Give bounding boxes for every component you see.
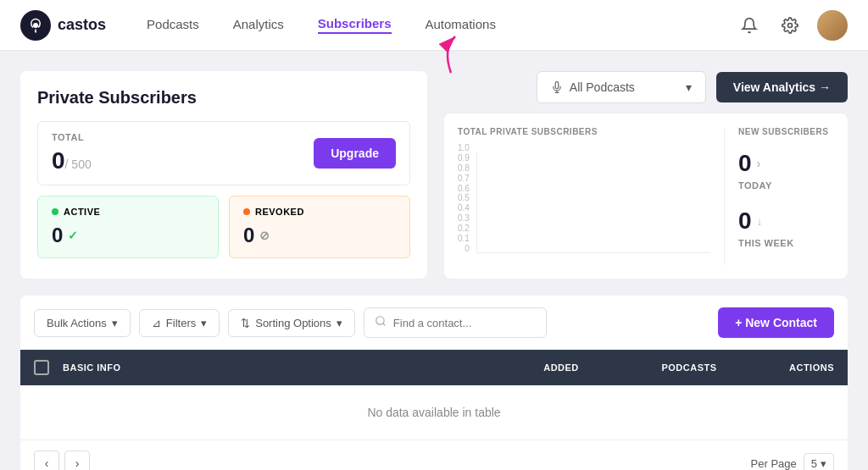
revoked-dot [243, 208, 250, 215]
this-week-label: THIS WEEK [738, 238, 834, 248]
next-page-button[interactable]: › [64, 451, 90, 470]
week-block: 0 ↓ THIS WEEK [738, 207, 834, 248]
main-content: Private Subscribers TOTAL 0/ 500 Upgrade… [0, 51, 868, 470]
check-icon: ✓ [68, 229, 78, 242]
search-wrapper [364, 307, 547, 338]
podcast-selector[interactable]: All Podcasts ▾ [537, 71, 706, 103]
right-panel: All Podcasts ▾ View Analytics → TOTAL PR… [444, 71, 848, 279]
view-analytics-button[interactable]: View Analytics → [716, 72, 848, 102]
per-page-label: Per Page [751, 457, 797, 470]
microphone-icon [551, 81, 563, 93]
th-podcasts: PODCASTS [626, 362, 753, 373]
logo-text: castos [58, 16, 106, 34]
chevron-down-icon: ▾ [201, 317, 207, 329]
week-value: 0 ↓ [738, 207, 834, 235]
active-dot [52, 208, 58, 215]
today-value: 0 › [738, 150, 834, 177]
logo-icon [20, 10, 51, 41]
new-subscribers-section: NEW SUBSCRIBERS 0 › TODAY 0 ↓ THIS [724, 127, 834, 265]
chart-area: 1.0 0.9 0.8 0.7 0.6 0.5 0.4 0.3 0.2 0.1 … [458, 143, 710, 253]
sorting-options-button[interactable]: ⇅ Sorting Options ▾ [228, 309, 355, 337]
table-footer: ‹ › Per Page 5 ▾ [20, 440, 848, 470]
chevron-down-icon: ▾ [112, 317, 118, 329]
select-all-checkbox[interactable] [34, 360, 49, 375]
table-header: BASIC INFO ADDED PODCASTS ACTIONS [20, 350, 848, 385]
table-toolbar: Bulk Actions ▾ ⊿ Filters ▾ ⇅ Sorting Opt… [20, 296, 848, 350]
pagination: ‹ › [34, 451, 90, 470]
total-info: TOTAL 0/ 500 [52, 132, 92, 174]
page-title: Private Subscribers [37, 88, 410, 108]
svg-line-8 [383, 323, 386, 326]
per-page-value: 5 [811, 457, 817, 470]
chart-bars [476, 152, 710, 253]
status-cards: ACTIVE 0 ✓ REVOKED 0 ⊘ [37, 196, 410, 258]
left-panel: Private Subscribers TOTAL 0/ 500 Upgrade… [20, 71, 427, 279]
th-actions: ACTIONS [766, 362, 834, 373]
today-label: TODAY [738, 180, 834, 191]
table-section: Bulk Actions ▾ ⊿ Filters ▾ ⇅ Sorting Opt… [20, 296, 848, 470]
search-icon [375, 315, 387, 330]
upgrade-button[interactable]: Upgrade [314, 138, 396, 169]
today-block: 0 › TODAY [738, 150, 834, 191]
svg-point-4 [788, 23, 793, 27]
chevron-down-icon: ▾ [821, 457, 826, 470]
th-basic-info: BASIC INFO [63, 362, 497, 373]
sort-icon: ⇅ [241, 317, 250, 329]
chevron-down-icon: ▾ [337, 317, 342, 329]
chart-section: TOTAL PRIVATE SUBSCRIBERS 1.0 0.9 0.8 0.… [458, 127, 710, 265]
top-section: Private Subscribers TOTAL 0/ 500 Upgrade… [20, 71, 848, 279]
total-card: TOTAL 0/ 500 Upgrade [37, 121, 410, 185]
chart-label: TOTAL PRIVATE SUBSCRIBERS [458, 127, 710, 136]
svg-point-2 [35, 30, 36, 32]
filters-button[interactable]: ⊿ Filters ▾ [139, 309, 220, 337]
top-navigation: castos Podcasts Analytics Subscribers Au… [0, 0, 868, 51]
total-value: 0/ 500 [52, 147, 92, 174]
svg-point-7 [376, 317, 384, 324]
table-empty-message: No data available in table [20, 385, 848, 440]
th-added: ADDED [510, 362, 612, 373]
block-icon: ⊘ [259, 229, 270, 242]
trend-right-icon: › [757, 157, 761, 170]
nav-podcasts[interactable]: Podcasts [147, 17, 199, 33]
active-label: ACTIVE [52, 207, 204, 217]
prev-page-button[interactable]: ‹ [34, 451, 59, 470]
svg-point-0 [33, 23, 38, 28]
podcast-select-text: All Podcasts [570, 80, 679, 94]
revoked-value: 0 ⊘ [243, 224, 396, 247]
analytics-card: TOTAL PRIVATE SUBSCRIBERS 1.0 0.9 0.8 0.… [444, 113, 848, 279]
revoked-label: REVOKED [243, 207, 396, 217]
active-card: ACTIVE 0 ✓ [37, 196, 219, 258]
chart-y-axis: 1.0 0.9 0.8 0.7 0.6 0.5 0.4 0.3 0.2 0.1 … [458, 143, 473, 253]
revoked-card: REVOKED 0 ⊘ [229, 196, 410, 258]
chevron-down-icon: ▾ [686, 80, 692, 94]
avatar[interactable] [817, 10, 848, 41]
new-contact-button[interactable]: + New Contact [718, 307, 834, 338]
search-input[interactable] [393, 317, 536, 329]
active-value: 0 ✓ [52, 224, 204, 247]
filter-icon: ⊿ [152, 317, 161, 329]
notification-bell-icon[interactable] [736, 12, 763, 39]
total-label: TOTAL [52, 132, 92, 142]
right-panel-controls: All Podcasts ▾ View Analytics → [444, 71, 848, 103]
nav-subscribers[interactable]: Subscribers [318, 16, 392, 34]
settings-gear-icon[interactable] [776, 12, 804, 39]
nav-right [736, 10, 848, 41]
per-page-control: Per Page 5 ▾ [751, 453, 834, 471]
nav-automations[interactable]: Automations [426, 17, 496, 33]
per-page-select[interactable]: 5 ▾ [804, 453, 834, 471]
logo-area[interactable]: castos [20, 10, 106, 41]
trend-down-icon: ↓ [757, 214, 763, 228]
bulk-actions-button[interactable]: Bulk Actions ▾ [34, 309, 131, 337]
nav-links: Podcasts Analytics Subscribers Automatio… [147, 16, 736, 34]
new-subs-label: NEW SUBSCRIBERS [738, 127, 834, 136]
nav-analytics[interactable]: Analytics [233, 17, 284, 33]
